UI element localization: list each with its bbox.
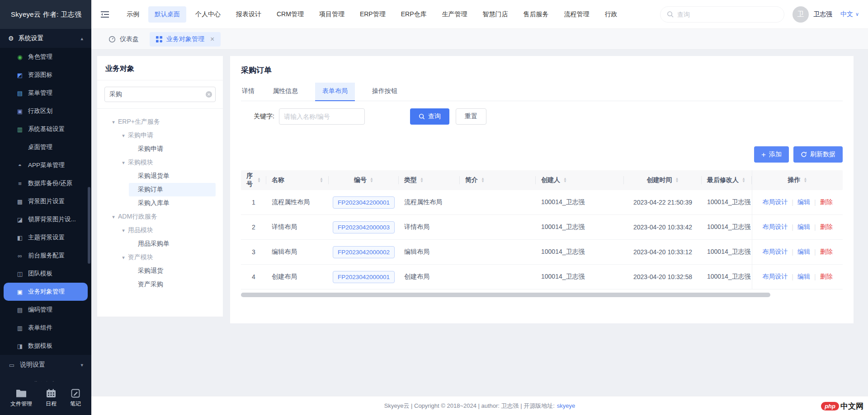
nav-item[interactable]: 行政	[598, 6, 623, 23]
tree-node[interactable]: ▾ 采购申请	[119, 129, 216, 142]
caret-down-icon[interactable]: ▾	[119, 255, 128, 261]
sidebar-item[interactable]: ◧ 主题背景设置	[0, 228, 91, 247]
detail-tab[interactable]: 属性信息	[272, 83, 299, 101]
nav-item[interactable]: 默认桌面	[148, 6, 186, 23]
nav-item[interactable]: 生产管理	[435, 6, 473, 23]
code-badge[interactable]: FP2023042200001	[333, 196, 395, 209]
caret-down-icon[interactable]: ▾	[109, 119, 118, 125]
sidebar-item[interactable]: ◨ 数据模板	[0, 337, 91, 355]
sidebar-item[interactable]: ≡ 数据库备份/还原	[0, 174, 91, 192]
collapse-sidebar-icon[interactable]	[100, 11, 109, 18]
table-column-header[interactable]: 操作 ▲▼	[752, 170, 843, 190]
caret-down-icon[interactable]: ▾	[119, 133, 128, 139]
layout-design-link[interactable]: 布局设计	[762, 248, 788, 256]
tree-node[interactable]: ▾ 采购模块	[119, 156, 216, 169]
global-search[interactable]	[660, 6, 784, 23]
sort-icon[interactable]: ▲▼	[320, 177, 323, 183]
sidebar-item[interactable]: ◪ 锁屏背景图片设...	[0, 210, 91, 228]
sidebar-item[interactable]: ◩ 资源图标	[0, 66, 91, 84]
sort-icon[interactable]: ▲▼	[481, 177, 485, 183]
user-menu[interactable]: 卫 卫志强	[793, 6, 832, 23]
sidebar-item[interactable]: ▩ 背景图片设置	[0, 192, 91, 210]
scrollbar-thumb[interactable]	[241, 293, 770, 297]
refresh-button[interactable]: 刷新数据	[793, 146, 843, 163]
table-column-header[interactable]: 名称 ▲▼	[266, 170, 329, 190]
tree-node[interactable]: ▾ ADM行政服务	[109, 210, 216, 224]
edit-link[interactable]: 编辑	[797, 273, 810, 281]
delete-link[interactable]: 删除	[820, 223, 833, 231]
workspace-tab[interactable]: 仪表盘 ×	[102, 32, 145, 47]
dock-item-schedule[interactable]: 日程	[46, 389, 57, 408]
sort-icon[interactable]: ▲▼	[257, 177, 261, 183]
nav-item[interactable]: 示例	[120, 6, 146, 23]
footer-link[interactable]: skyeye	[557, 402, 575, 409]
keyword-input[interactable]	[279, 108, 365, 125]
code-badge[interactable]: FP2023042000003	[333, 221, 395, 233]
table-column-header[interactable]: 编号 ▲▼	[329, 170, 399, 190]
tree-node[interactable]: ▾ 采购退货单	[129, 169, 216, 183]
layout-design-link[interactable]: 布局设计	[762, 273, 788, 281]
layout-design-link[interactable]: 布局设计	[762, 223, 788, 231]
sidebar-item[interactable]: ◫ 团队模板	[0, 265, 91, 283]
language-selector[interactable]: 中文 ∨	[840, 10, 859, 19]
table-column-header[interactable]: 最后修改人 ▲▼	[702, 170, 752, 190]
sidebar-item-active[interactable]: ▣ 业务对象管理	[4, 283, 88, 301]
search-button[interactable]: 查询	[410, 108, 449, 125]
sidebar-scrollbar[interactable]	[88, 187, 90, 264]
sidebar-section-system-settings[interactable]: ⚙ 系统设置 ▴	[0, 29, 91, 48]
code-badge[interactable]: FP2023042000001	[333, 271, 395, 283]
table-column-header[interactable]: 序号 ▲▼	[241, 170, 266, 190]
close-icon[interactable]: ×	[210, 36, 214, 43]
code-badge[interactable]: FP2023042000002	[333, 246, 395, 258]
reset-button[interactable]: 重置	[456, 108, 486, 125]
table-column-header[interactable]: 创建时间 ▲▼	[624, 170, 702, 190]
detail-tab-active[interactable]: 表单布局	[315, 83, 355, 101]
sort-icon[interactable]: ▲▼	[675, 177, 679, 183]
table-column-header[interactable]: 类型 ▲▼	[399, 170, 460, 190]
caret-down-icon[interactable]: ▾	[119, 228, 128, 233]
add-button[interactable]: + 添加	[754, 146, 789, 163]
sort-icon[interactable]: ▲▼	[742, 177, 745, 183]
sidebar-item[interactable]: ∞ 前台服务配置	[0, 247, 91, 265]
nav-item[interactable]: 售后服务	[517, 6, 555, 23]
sidebar-item[interactable]: ▣ 行政区划	[0, 102, 91, 120]
sidebar-item[interactable]: ▤ 菜单管理	[0, 84, 91, 102]
tree-node[interactable]: ▾ ERP+生产服务	[109, 115, 216, 129]
sort-icon[interactable]: ▲▼	[804, 177, 807, 183]
tree-node[interactable]: ▾ 资产采购	[129, 278, 216, 291]
table-column-header[interactable]: 简介 ▲▼	[460, 170, 536, 190]
sidebar-group[interactable]: ▭ 说明设置 ▾	[0, 355, 91, 375]
delete-link[interactable]: 删除	[820, 273, 833, 281]
delete-link[interactable]: 删除	[820, 198, 833, 206]
nav-item[interactable]: 项目管理	[313, 6, 351, 23]
nav-item[interactable]: 报表设计	[230, 6, 268, 23]
nav-item[interactable]: ERP管理	[354, 6, 392, 23]
sort-icon[interactable]: ▲▼	[370, 177, 373, 183]
sidebar-item[interactable]: 桌面管理	[0, 138, 91, 156]
tree-node-selected[interactable]: ▾ 采购订单	[129, 183, 216, 196]
nav-item[interactable]: ERP仓库	[395, 6, 433, 23]
workspace-tab[interactable]: 业务对象管理 ×	[150, 32, 221, 47]
edit-link[interactable]: 编辑	[797, 198, 810, 206]
edit-link[interactable]: 编辑	[797, 223, 810, 231]
dock-item-file-manager[interactable]: 文件管理	[10, 389, 32, 408]
tree-node[interactable]: ▾ 采购退货	[129, 264, 216, 278]
nav-item[interactable]: CRM管理	[270, 6, 310, 23]
tree-node[interactable]: ▾ 资产模块	[119, 251, 216, 264]
tree-node[interactable]: ▾ 采购申请	[129, 142, 216, 156]
detail-tab[interactable]: 操作按钮	[371, 83, 398, 101]
clear-icon[interactable]	[206, 91, 212, 98]
tree-search-input[interactable]	[104, 87, 216, 102]
delete-link[interactable]: 删除	[820, 248, 833, 256]
sort-icon[interactable]: ▲▼	[563, 177, 567, 183]
nav-item[interactable]: 智慧门店	[476, 6, 514, 23]
sidebar-item[interactable]: ▤ 编码管理	[0, 301, 91, 319]
caret-down-icon[interactable]: ▾	[119, 160, 128, 166]
caret-down-icon[interactable]: ▾	[109, 214, 118, 220]
sort-icon[interactable]: ▲▼	[420, 177, 424, 183]
sidebar-item[interactable]: ◉ 角色管理	[0, 48, 91, 66]
tree-node[interactable]: ▾ 用品模块	[119, 224, 216, 237]
sidebar-item[interactable]: ▥ 表单组件	[0, 319, 91, 337]
tree-node[interactable]: ▾ 用品采购单	[129, 237, 216, 251]
sidebar-item[interactable]: ◓ APP菜单管理	[0, 156, 91, 174]
